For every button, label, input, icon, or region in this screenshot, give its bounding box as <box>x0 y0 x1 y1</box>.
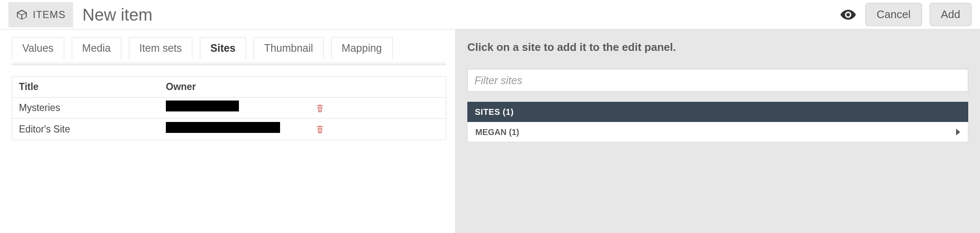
tab-thumbnail[interactable]: Thumbnail <box>254 37 324 59</box>
sidebar-panel: Click on a site to add it to the edit pa… <box>455 29 980 233</box>
cancel-button[interactable]: Cancel <box>865 3 922 26</box>
page-header: ITEMS New item Cancel Add <box>0 0 980 29</box>
header-actions: Cancel Add <box>839 3 972 26</box>
filter-sites-input[interactable] <box>467 69 968 92</box>
items-badge[interactable]: ITEMS <box>8 2 73 27</box>
items-badge-label: ITEMS <box>33 8 66 22</box>
tab-values[interactable]: Values <box>12 37 64 59</box>
redacted-owner <box>166 101 239 111</box>
sites-group-header[interactable]: SITES (1) <box>467 102 968 122</box>
main-panel: ValuesMediaItem setsSitesThumbnailMappin… <box>0 29 455 233</box>
tab-itemsets[interactable]: Item sets <box>129 37 192 59</box>
visibility-icon[interactable] <box>839 5 858 24</box>
site-title-cell: Mysteries <box>19 101 166 114</box>
table-header-title: Title <box>19 80 166 93</box>
page-title: New item <box>82 3 152 26</box>
tab-mapping[interactable]: Mapping <box>331 37 393 59</box>
trash-icon[interactable] <box>315 124 325 135</box>
tab-underline <box>12 63 446 65</box>
table-row: Editor's Site <box>12 119 446 140</box>
sites-table: Title Owner MysteriesEditor's Site <box>12 76 446 140</box>
sidebar-site-group-label: MEGAN (1) <box>475 126 519 138</box>
tab-sites[interactable]: Sites <box>200 37 246 59</box>
chevron-right-icon <box>956 129 960 135</box>
table-header-owner: Owner <box>166 80 313 93</box>
site-title-cell: Editor's Site <box>19 122 166 136</box>
trash-icon[interactable] <box>315 103 325 114</box>
table-row: Mysteries <box>12 98 446 119</box>
sidebar-instruction: Click on a site to add it to the edit pa… <box>467 40 968 55</box>
sidebar-site-group-item[interactable]: MEGAN (1) <box>467 122 968 142</box>
site-owner-cell <box>166 122 313 136</box>
add-button[interactable]: Add <box>930 3 972 26</box>
tab-bar: ValuesMediaItem setsSitesThumbnailMappin… <box>12 37 455 59</box>
redacted-owner <box>166 122 280 133</box>
tab-media[interactable]: Media <box>72 37 121 59</box>
box-icon <box>16 9 28 21</box>
table-header-row: Title Owner <box>12 77 446 98</box>
site-owner-cell <box>166 101 313 115</box>
